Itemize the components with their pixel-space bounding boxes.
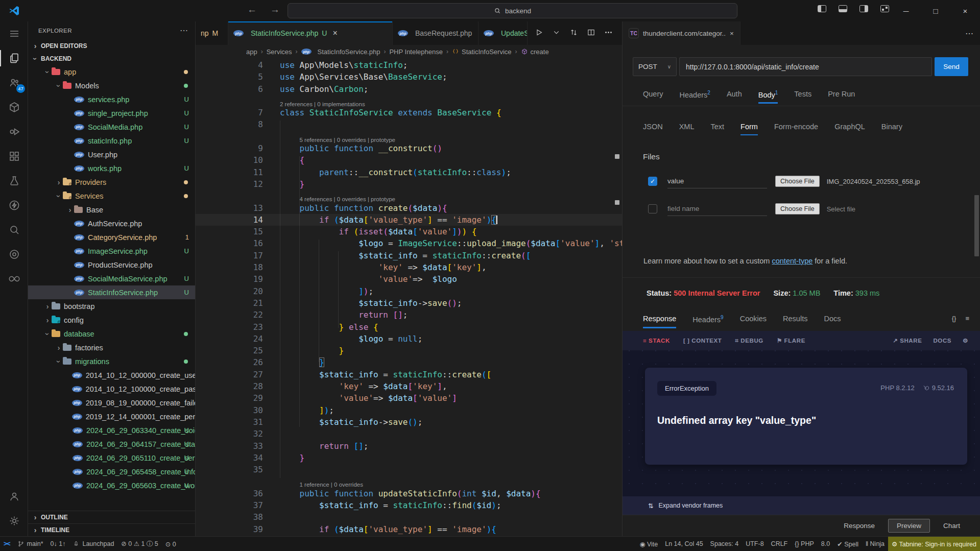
body-tab-graphql[interactable]: GraphQL <box>834 123 865 135</box>
file-imageservice-php[interactable]: phpImageService.phpU <box>28 244 195 258</box>
workspace-root[interactable]: ›BACKEND <box>28 52 195 65</box>
code-line-7[interactable]: 7class StaticInfoService extends BaseSer… <box>196 107 622 118</box>
folder-services[interactable]: ›Services <box>28 189 195 203</box>
field-name-input[interactable]: field name <box>667 202 767 216</box>
nav-forward-icon[interactable]: → <box>270 4 280 15</box>
toggle-secondary-sidebar-icon[interactable] <box>859 5 868 12</box>
response-tab-cookies[interactable]: Cookies <box>740 315 767 328</box>
folder-app[interactable]: ›app <box>28 65 195 79</box>
status-ports[interactable]: ⊙ 0 <box>162 537 180 551</box>
breadcrumb-item[interactable]: create <box>521 48 549 56</box>
file-row-checkbox[interactable]: ✓ <box>648 177 657 186</box>
status-php-version[interactable]: 8.0 <box>818 537 833 551</box>
docs-button[interactable]: DOCS <box>933 338 951 344</box>
code-line-25[interactable]: 25 } <box>196 345 622 356</box>
file-single-project-php[interactable]: phpsingle_project.phpU <box>28 106 195 120</box>
field-name-input[interactable]: value <box>667 174 767 188</box>
choose-file-button[interactable]: Choose File <box>775 176 820 187</box>
status-encoding[interactable]: UTF-8 <box>742 537 767 551</box>
gitlens-icon[interactable] <box>0 267 28 291</box>
status-cursor-position[interactable]: Ln 14, Col 45 <box>661 537 706 551</box>
code-line-15[interactable]: 15 if (isset($data['value'])) { <box>196 226 622 237</box>
run-debug-icon[interactable] <box>0 119 28 144</box>
status-indentation[interactable]: Spaces: 4 <box>707 537 743 551</box>
code-line-12[interactable]: 12 } <box>196 178 622 190</box>
status-problems[interactable]: ⊘ 0 ⚠ 1 ⓘ 5 <box>117 537 161 551</box>
file-authservice-php[interactable]: phpAuthService.php <box>28 217 195 230</box>
editor-tab-updates[interactable]: phpUpdateS <box>479 21 528 45</box>
code-line-9[interactable]: 9 public function __construct() <box>196 142 622 154</box>
status-sync-changes[interactable]: 0↓ 1↑ <box>47 537 69 551</box>
code-line-20[interactable]: 20 ]); <box>196 285 622 297</box>
line-wrap-icon[interactable]: ≡ <box>965 315 969 322</box>
code-line-17[interactable]: 17 $static_info = staticInfo::create([ <box>196 250 622 261</box>
request-tab-query[interactable]: Query <box>643 90 663 104</box>
command-center-search[interactable]: backend <box>288 3 737 18</box>
body-tab-form[interactable]: Form <box>740 123 758 135</box>
status-git-branch[interactable]: main* <box>14 537 47 551</box>
code-line-21[interactable]: 21 $static_info->save(); <box>196 297 622 309</box>
customize-layout-icon[interactable] <box>880 5 889 12</box>
codelens-references[interactable]: 5 references | 0 overrides | prototype <box>196 131 622 142</box>
code-line-16[interactable]: 16 $logo = ImageService::upload_image($d… <box>196 237 622 249</box>
editor-tab-np[interactable]: npM <box>196 21 228 45</box>
more-actions-icon[interactable] <box>604 28 613 39</box>
send-button[interactable]: Send <box>935 57 968 76</box>
codelens-references[interactable]: 2 references | 0 implementations <box>196 95 622 107</box>
code-line-26[interactable]: 26 } <box>196 356 622 368</box>
response-tab-docs[interactable]: Docs <box>824 315 841 328</box>
timeline-section[interactable]: ›TIMELINE <box>28 523 195 536</box>
breadcrumb-item[interactable]: StaticInfoService <box>452 48 512 56</box>
run-dropdown-icon[interactable] <box>552 28 561 39</box>
folder-models[interactable]: ›Models <box>28 79 195 92</box>
codelens-references[interactable]: 1 reference | 0 overrides <box>196 475 622 487</box>
folder-providers[interactable]: ›Providers <box>28 175 195 189</box>
open-editors-section[interactable]: ›OPEN EDITORS <box>28 39 195 52</box>
settings-gear-icon[interactable]: ⚙ <box>963 337 968 344</box>
folder-database[interactable]: ›database <box>28 327 195 341</box>
status-eol[interactable]: CRLF <box>768 537 792 551</box>
file-row-checkbox[interactable] <box>648 204 657 213</box>
menu-icon[interactable] <box>0 21 28 46</box>
status-spell-checker[interactable]: ✔ Spell <box>833 537 862 551</box>
breadcrumb-item[interactable]: app <box>246 48 257 56</box>
ignition-tab-flare[interactable]: ⚑ FLARE <box>777 337 805 344</box>
request-tab-tests[interactable]: Tests <box>794 90 811 104</box>
toggle-primary-sidebar-icon[interactable] <box>818 5 826 12</box>
folder-base[interactable]: ›Base <box>28 203 195 217</box>
response-tab-results[interactable]: Results <box>783 315 807 328</box>
code-line-38[interactable]: 38 <box>196 511 622 523</box>
file-categoryservice-php[interactable]: phpCategoryService.php1 <box>28 230 195 244</box>
code-line-33[interactable]: 33 return []; <box>196 440 622 452</box>
http-method-select[interactable]: POST ∨ <box>633 57 677 76</box>
package-icon[interactable] <box>0 95 28 119</box>
folder-config[interactable]: ›config <box>28 313 195 327</box>
status-ninja[interactable]: ‖ Ninja <box>862 537 888 551</box>
explorer-more-icon[interactable]: ⋯ <box>180 26 188 35</box>
code-line-10[interactable]: 10 { <box>196 154 622 166</box>
run-button[interactable] <box>535 28 543 39</box>
status-launchpad[interactable]: Launchpad <box>69 537 117 551</box>
code-line-27[interactable]: 27 $static_info = staticInfo::create([ <box>196 369 622 380</box>
file-socialmediaservice-php[interactable]: phpSocialMediaService.phpU <box>28 272 195 285</box>
panel-scrollbar[interactable] <box>974 195 979 256</box>
code-line-30[interactable]: 30 ]); <box>196 404 622 416</box>
code-line-23[interactable]: 23 } else { <box>196 321 622 333</box>
code-line-6[interactable]: 6use Carbon\Carbon; <box>196 83 622 95</box>
body-tab-form-encode[interactable]: Form-encode <box>774 123 818 135</box>
share-button[interactable]: ↗ SHARE <box>893 337 922 344</box>
status-tabnine[interactable]: ⚙ Tabnine: Sign-in is required <box>888 537 980 551</box>
file-productservice-php[interactable]: phpProductService.php <box>28 258 195 272</box>
breadcrumb-item[interactable]: Services <box>267 48 292 56</box>
close-tab-icon[interactable]: × <box>730 30 734 37</box>
code-line-18[interactable]: 18 'key' => $data['key'], <box>196 261 622 273</box>
body-tab-json[interactable]: JSON <box>643 123 663 135</box>
file-services-php[interactable]: phpservices.phpU <box>28 92 195 106</box>
file-2019-08-19-000000-create-failed-jobs-ta-[interactable]: php2019_08_19_000000_create_failed_jobs_… <box>28 396 195 410</box>
editor-tab-baserequest-php[interactable]: phpBaseRequest.php <box>393 21 479 45</box>
search-icon[interactable] <box>0 218 28 242</box>
file-socialmedia-php[interactable]: phpSocialMedia.phpU <box>28 120 195 134</box>
maximize-button[interactable]: □ <box>921 0 950 21</box>
file-staticinfoservice-php[interactable]: phpStaticInfoService.phpU <box>28 285 195 299</box>
status-remote-indicator[interactable]: >< <box>0 537 14 551</box>
